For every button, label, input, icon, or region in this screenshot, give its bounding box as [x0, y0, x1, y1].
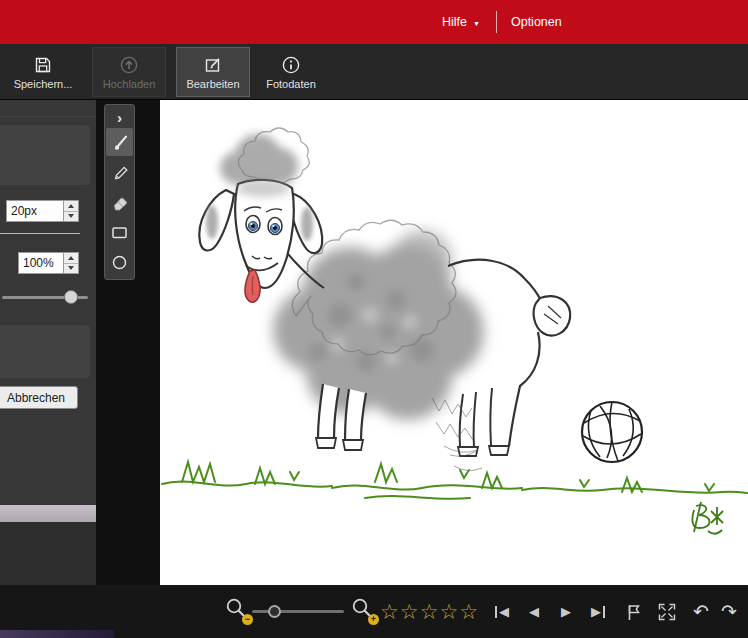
flag-icon	[624, 602, 644, 622]
desktop-peek	[0, 630, 114, 638]
upload-icon	[119, 55, 139, 75]
panel-lower-area	[0, 522, 96, 585]
titlebar: Hilfe ▼ Optionen	[0, 0, 748, 44]
flag-button[interactable]	[622, 585, 646, 638]
brush-size-input[interactable]: 20px	[6, 200, 64, 222]
help-menu[interactable]: Hilfe	[436, 11, 473, 33]
fullscreen-icon	[657, 602, 677, 622]
edit-label: Bearbeiten	[186, 78, 239, 90]
save-button[interactable]: Speichern...	[6, 47, 80, 97]
first-image-button[interactable]: ◀	[488, 585, 514, 638]
pencil-tool-button[interactable]	[106, 158, 133, 186]
sheep-drawing	[160, 100, 748, 585]
undo-button[interactable]: ↶	[690, 585, 712, 638]
last-bar-icon	[603, 606, 605, 618]
next-image-button[interactable]: ▶	[556, 585, 576, 638]
rating-stars[interactable]: ☆ ☆ ☆ ☆ ☆	[380, 585, 479, 638]
star-icon[interactable]: ☆	[439, 600, 459, 624]
photodata-label: Fotodaten	[266, 78, 316, 90]
edit-icon	[203, 55, 223, 75]
panel-section-bottom	[0, 325, 90, 378]
save-label: Speichern...	[14, 78, 73, 90]
chevron-down-icon[interactable]: ▼	[473, 20, 480, 27]
redo-icon: ↷	[721, 600, 737, 623]
eraser-tool-button[interactable]	[106, 188, 133, 216]
previous-image-button[interactable]: ◀	[524, 585, 544, 638]
photodata-button[interactable]: Fotodaten	[254, 47, 328, 97]
zoom-stepper[interactable]	[64, 252, 79, 274]
next-arrow-icon: ▶	[561, 604, 571, 619]
plus-badge: +	[368, 614, 379, 625]
chevron-right-icon: ›	[117, 109, 122, 126]
star-icon[interactable]: ☆	[400, 600, 420, 624]
next-arrow-icon: ▶	[591, 604, 601, 619]
app-window: Hilfe ▼ Optionen Speichern... Hochladen	[0, 0, 748, 638]
rectangle-tool-button[interactable]	[106, 218, 133, 246]
options-menu[interactable]: Optionen	[505, 11, 568, 33]
save-icon	[33, 55, 53, 75]
panel-underline	[0, 233, 80, 234]
main-toolbar: Speichern... Hochladen Bearbeiten F	[0, 44, 748, 100]
prev-arrow-icon: ◀	[529, 604, 539, 619]
panel-section-top	[0, 125, 90, 185]
zoom-slider-thumb[interactable]	[268, 605, 281, 618]
brush-tool-button[interactable]	[106, 128, 133, 156]
image-canvas[interactable]	[160, 100, 748, 585]
zoom-out-button[interactable]: −	[224, 585, 252, 638]
rectangle-icon	[110, 223, 129, 242]
zoom-input[interactable]: 100%	[18, 252, 64, 274]
brush-size-value: 20px	[11, 204, 37, 218]
list-item-highlight[interactable]	[0, 505, 96, 522]
collapse-panel-button[interactable]: ›	[106, 108, 133, 126]
upload-label: Hochladen	[103, 78, 156, 90]
opacity-slider[interactable]	[2, 290, 88, 304]
zoom-in-button[interactable]: +	[350, 585, 378, 638]
prev-arrow-icon: ◀	[499, 604, 509, 619]
brush-icon	[111, 133, 129, 151]
pencil-icon	[111, 163, 129, 181]
upload-button[interactable]: Hochladen	[92, 47, 166, 97]
menu-divider	[496, 11, 497, 33]
minus-badge: −	[242, 614, 253, 625]
ellipse-tool-button[interactable]	[106, 248, 133, 276]
star-icon[interactable]: ☆	[380, 600, 400, 624]
options-panel: 20px 100% Abbrechen	[0, 100, 96, 585]
zoom-slider[interactable]	[252, 610, 344, 613]
info-icon	[281, 55, 301, 75]
last-image-button[interactable]: ▶	[586, 585, 612, 638]
eraser-icon	[111, 193, 129, 211]
cancel-button[interactable]: Abbrechen	[0, 386, 78, 409]
zoom-value: 100%	[23, 256, 54, 270]
star-icon[interactable]: ☆	[459, 600, 479, 624]
ellipse-icon	[110, 253, 129, 272]
redo-button[interactable]: ↷	[718, 585, 740, 638]
fullscreen-button[interactable]	[654, 585, 680, 638]
star-icon[interactable]: ☆	[420, 600, 440, 624]
tool-strip: ›	[104, 104, 135, 280]
undo-icon: ↶	[693, 600, 709, 623]
panel-divider	[0, 116, 96, 117]
slider-thumb[interactable]	[64, 290, 78, 304]
first-bar-icon	[495, 606, 497, 618]
edit-button[interactable]: Bearbeiten	[176, 47, 250, 97]
titlebar-menu: Hilfe ▼ Optionen	[436, 0, 568, 44]
brush-size-stepper[interactable]	[64, 200, 79, 222]
